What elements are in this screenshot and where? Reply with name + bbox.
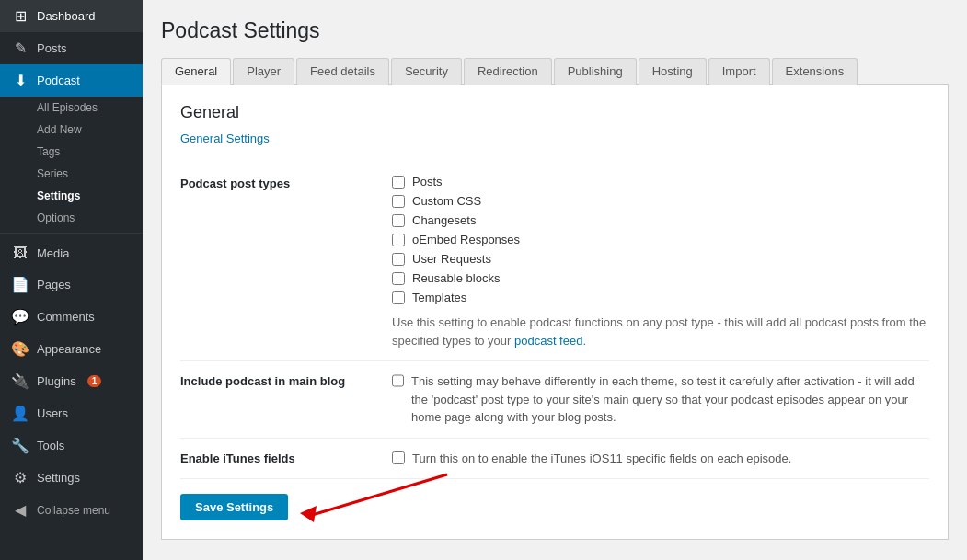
svg-line-0 (309, 474, 447, 516)
sidebar-item-label: Users (37, 406, 68, 420)
enable-itunes-checkbox-row: Turn this on to enable the iTunes iOS11 … (392, 450, 929, 468)
checkbox-oembed[interactable]: oEmbed Responses (392, 233, 929, 246)
tab-publishing[interactable]: Publishing (554, 58, 637, 85)
checkbox-templates-input[interactable] (392, 291, 405, 304)
sidebar-sub-series[interactable]: Series (0, 163, 143, 185)
include-in-blog-checkbox[interactable] (392, 374, 404, 387)
save-settings-button[interactable]: Save Settings (180, 494, 288, 520)
plugins-badge: 1 (87, 375, 102, 387)
checkbox-reusable-blocks[interactable]: Reusable blocks (392, 271, 929, 285)
podcast-icon: ⬇ (11, 72, 29, 89)
checkbox-changesets-label: Changesets (412, 213, 476, 227)
sidebar-item-pages[interactable]: 📄 Pages (0, 269, 143, 301)
sidebar-sub-tags[interactable]: Tags (0, 141, 143, 163)
enable-itunes-checkbox[interactable] (392, 451, 405, 464)
sidebar-item-label: Pages (37, 278, 71, 291)
tools-icon: 🔧 (11, 437, 29, 454)
sidebar-sub-all-episodes[interactable]: All Episodes (0, 97, 143, 119)
save-section: Save Settings (180, 479, 288, 520)
media-icon: 🖼 (11, 245, 29, 261)
podcast-post-types-row: Podcast post types Posts Custom CSS Chan… (180, 164, 929, 361)
tab-redirection[interactable]: Redirection (464, 58, 552, 85)
plugins-icon: 🔌 (11, 372, 29, 390)
posts-icon: ✎ (11, 40, 29, 57)
sidebar-sub-add-new[interactable]: Add New (0, 119, 143, 141)
tab-player[interactable]: Player (233, 58, 294, 85)
checkbox-templates[interactable]: Templates (392, 291, 929, 304)
tab-extensions[interactable]: Extensions (772, 58, 858, 85)
sidebar-item-media[interactable]: 🖼 Media (0, 237, 143, 269)
sidebar-item-label: Media (37, 246, 69, 260)
sidebar-collapse[interactable]: ◀ Collapse menu (0, 494, 143, 526)
checkbox-posts-label: Posts (412, 175, 443, 189)
sidebar-item-tools[interactable]: 🔧 Tools (0, 429, 143, 462)
sidebar-item-label: Comments (37, 310, 95, 324)
checkbox-oembed-label: oEmbed Responses (412, 233, 520, 246)
checkbox-reusable-blocks-label: Reusable blocks (412, 271, 500, 285)
podcast-feed-link[interactable]: podcast feed (514, 334, 582, 348)
checkbox-user-requests-label: User Requests (412, 252, 491, 266)
sidebar-item-plugins[interactable]: 🔌 Plugins 1 (0, 365, 143, 397)
sidebar-item-label: Posts (37, 41, 67, 55)
checkbox-posts-input[interactable] (392, 176, 405, 189)
sidebar-sub-settings[interactable]: Settings (0, 185, 143, 207)
dashboard-icon: ⊞ (11, 7, 29, 25)
enable-itunes-row: Enable iTunes fields Turn this on to ena… (180, 439, 929, 480)
checkbox-changesets[interactable]: Changesets (392, 213, 929, 227)
users-icon: 👤 (11, 405, 29, 422)
sidebar-item-label: Appearance (37, 342, 101, 356)
sidebar-item-appearance[interactable]: 🎨 Appearance (0, 333, 143, 365)
checkbox-changesets-input[interactable] (392, 214, 405, 227)
podcast-post-types-control: Posts Custom CSS Changesets oEmbed Respo… (392, 175, 929, 349)
content-panel: General General Settings Podcast post ty… (161, 85, 949, 540)
appearance-icon: 🎨 (11, 340, 29, 358)
comments-icon: 💬 (11, 308, 29, 326)
enable-itunes-description: Turn this on to enable the iTunes iOS11 … (412, 450, 791, 468)
post-types-help-text: Use this setting to enable podcast funct… (392, 314, 929, 349)
general-settings-link[interactable]: General Settings (180, 131, 270, 145)
sidebar-divider (0, 233, 143, 234)
sidebar-sub-options[interactable]: Options (0, 207, 143, 229)
tab-feed-details[interactable]: Feed details (296, 58, 389, 85)
enable-itunes-label: Enable iTunes fields (180, 450, 392, 465)
page-title: Podcast Settings (161, 18, 949, 43)
include-in-blog-control: This setting may behave differently in e… (392, 372, 929, 427)
checkbox-user-requests-input[interactable] (392, 253, 405, 266)
checkbox-templates-label: Templates (412, 291, 466, 304)
checkbox-custom-css-input[interactable] (392, 195, 405, 208)
sidebar-item-label: Settings (37, 471, 80, 485)
checkbox-reusable-blocks-input[interactable] (392, 272, 405, 285)
checkbox-posts[interactable]: Posts (392, 175, 929, 189)
tab-security[interactable]: Security (391, 58, 462, 85)
collapse-icon: ◀ (11, 501, 29, 519)
checkbox-user-requests[interactable]: User Requests (392, 252, 929, 266)
sidebar-item-label: Dashboard (37, 9, 96, 23)
tab-general[interactable]: General (161, 58, 231, 85)
checkbox-oembed-input[interactable] (392, 234, 405, 246)
sidebar-item-label: Tools (37, 439, 64, 452)
svg-marker-1 (300, 506, 317, 522)
include-in-blog-label: Include podcast in main blog (180, 372, 392, 388)
collapse-label: Collapse menu (37, 504, 110, 517)
tab-hosting[interactable]: Hosting (639, 58, 707, 85)
enable-itunes-control: Turn this on to enable the iTunes iOS11 … (392, 450, 929, 468)
sidebar-item-podcast[interactable]: ⬇ Podcast (0, 64, 143, 97)
post-types-checkbox-group: Posts Custom CSS Changesets oEmbed Respo… (392, 175, 929, 304)
checkbox-custom-css[interactable]: Custom CSS (392, 194, 929, 208)
podcast-post-types-label: Podcast post types (180, 175, 392, 190)
sidebar-item-settings-main[interactable]: ⚙ Settings (0, 462, 143, 494)
include-in-blog-checkbox-row: This setting may behave differently in e… (392, 372, 929, 427)
include-in-blog-row: Include podcast in main blog This settin… (180, 361, 929, 439)
sidebar: ⊞ Dashboard ✎ Posts ⬇ Podcast All Episod… (0, 0, 143, 560)
sidebar-item-label: Podcast (37, 74, 80, 87)
sidebar-item-label: Plugins (37, 374, 76, 388)
sidebar-item-users[interactable]: 👤 Users (0, 397, 143, 429)
checkbox-custom-css-label: Custom CSS (412, 194, 481, 208)
section-title: General (180, 103, 929, 122)
sidebar-item-posts[interactable]: ✎ Posts (0, 32, 143, 64)
sidebar-item-dashboard[interactable]: ⊞ Dashboard (0, 0, 143, 32)
settings-main-icon: ⚙ (11, 469, 29, 486)
tab-import[interactable]: Import (708, 58, 770, 85)
tabs-bar: General Player Feed details Security Red… (161, 58, 949, 85)
sidebar-item-comments[interactable]: 💬 Comments (0, 301, 143, 333)
